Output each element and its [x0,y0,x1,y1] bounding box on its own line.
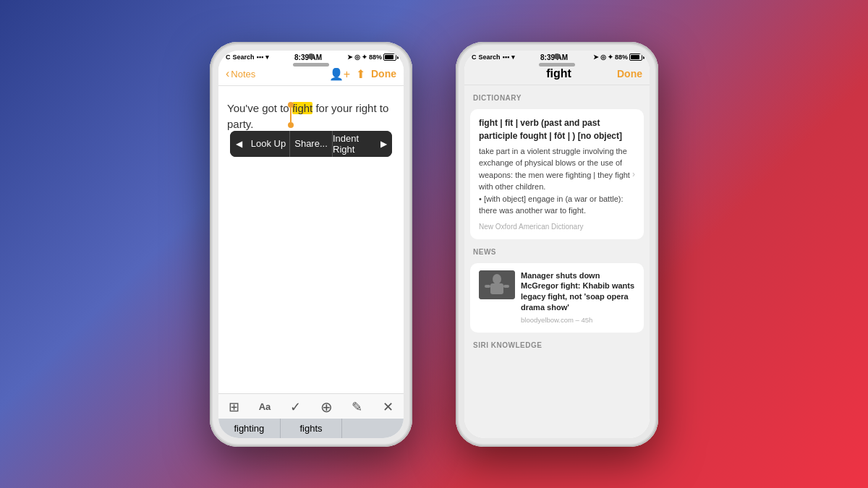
notes-bottom-toolbar: ⊞ Aa ✓ ⊕ ✎ ✕ [218,393,404,419]
battery-icon-right [629,53,642,61]
lookup-title: fight [546,67,571,80]
news-source: bloodyelbow.com – 45h [521,315,635,325]
phone-top-hardware [293,53,329,67]
battery-percent-right: 88% [615,53,628,61]
bluetooth-icon-right: ✦ [608,53,613,61]
news-card[interactable]: Manager shuts down McGregor fight: Khabi… [470,263,644,333]
phone-right: C Search ▪▪▪ ▾ 8:39 AM ➤ ◎ ✦ 88% fight D… [456,42,658,447]
selection-dot-top [288,102,294,108]
context-menu[interactable]: ◀ Look Up Share... Indent Right ▶ [230,131,392,157]
selected-word: fight [292,102,312,114]
news-card-row: Manager shuts down McGregor fight: Khabi… [479,270,635,326]
signal-bars-right: ▪▪▪ [503,53,510,61]
context-prev-arrow[interactable]: ◀ [230,131,247,157]
carrier-name-right: Search [479,53,501,61]
nav-actions: 👤+ ⬆ Done [329,67,396,81]
svg-rect-3 [485,285,490,288]
alarm-icon-right: ◎ [600,53,606,61]
carrier-icon-right: C [472,53,477,61]
news-text-area: Manager shuts down McGregor fight: Khabi… [521,270,635,326]
carrier-name: Search [233,53,255,61]
battery-icon [383,53,396,61]
phone-left: C Search ▪▪▪ ▾ 8:39 AM ➤ ◎ ✦ 88% Notes [210,42,412,447]
speaker [293,63,329,67]
dictionary-source: New Oxford American Dictionary [479,221,635,232]
add-person-icon[interactable]: 👤+ [329,67,350,81]
suggestion-2[interactable]: fights [281,419,343,438]
note-text: You've got to fight for your right to pa… [227,95,395,133]
battery-fill-right [631,55,639,59]
keyboard-suggestions: fighting fights [218,419,404,438]
status-right: ➤ ◎ ✦ 88% [347,53,396,61]
battery-percent: 88% [369,53,382,61]
svg-point-1 [493,274,501,284]
camera-right [554,53,560,59]
phone-right-top-hardware [539,53,575,67]
format-icon[interactable]: Aa [252,401,278,412]
dictionary-entry-title: fight | fit | verb (past and past partic… [479,116,635,142]
context-next-arrow[interactable]: ▶ [375,131,392,157]
wifi-icon-right: ▾ [511,53,515,61]
context-item-lookup[interactable]: Look Up [247,131,290,157]
selection-line [290,108,292,122]
news-header: NEWS [464,245,650,257]
context-item-indent-right[interactable]: Indent Right [333,131,375,157]
siri-knowledge-header: SIRI KNOWLEDGE [464,338,650,351]
bluetooth-icon: ✦ [362,53,367,61]
table-icon[interactable]: ⊞ [221,399,247,415]
dictionary-header: DICTIONARY [464,91,650,103]
news-thumbnail [479,270,515,299]
news-headline: Manager shuts down McGregor fight: Khabi… [521,270,635,313]
battery-fill [385,55,393,59]
context-menu-items: Look Up Share... Indent Right [247,131,375,157]
lookup-done-button[interactable]: Done [617,68,642,80]
back-button[interactable]: Notes [226,67,255,80]
signal-bars: ▪▪▪ [257,53,264,61]
dictionary-card-content: fight | fit | verb (past and past partic… [479,116,635,232]
camera [308,53,314,59]
dictionary-card-row: fight | fit | verb (past and past partic… [479,116,635,232]
lookup-content: DICTIONARY fight | fit | verb (past and … [464,85,650,438]
share-icon[interactable]: ⬆ [356,67,365,81]
add-icon[interactable]: ⊕ [313,398,339,416]
dictionary-card[interactable]: fight | fit | verb (past and past partic… [470,109,644,239]
carrier-icon: C [226,53,231,61]
back-chevron-icon [226,67,229,80]
notes-content-area[interactable]: You've got to fight for your right to pa… [218,86,404,393]
location-icon: ➤ [347,53,353,61]
location-icon-right: ➤ [593,53,599,61]
context-item-share[interactable]: Share... [290,131,333,157]
done-button[interactable]: Done [371,68,396,80]
back-label: Notes [231,69,255,80]
selection-handle-top [288,102,294,128]
pen-icon[interactable]: ✎ [344,399,370,415]
suggestion-1[interactable]: fighting [218,419,281,438]
close-icon[interactable]: ✕ [375,399,401,415]
suggestion-3[interactable] [342,419,404,438]
wifi-icon: ▾ [265,53,269,61]
checklist-icon[interactable]: ✓ [283,399,309,415]
status-right-right: ➤ ◎ ✦ 88% [593,53,642,61]
dictionary-chevron-icon[interactable]: › [632,168,635,181]
alarm-icon: ◎ [354,53,360,61]
dictionary-entry-body: take part in a violent struggle involvin… [479,145,635,217]
selection-dot-bottom [288,122,294,128]
speaker-right [539,63,575,67]
svg-rect-2 [490,283,503,294]
status-left-right: C Search ▪▪▪ ▾ [472,53,515,61]
svg-rect-4 [503,285,509,288]
status-left: C Search ▪▪▪ ▾ [226,53,269,61]
